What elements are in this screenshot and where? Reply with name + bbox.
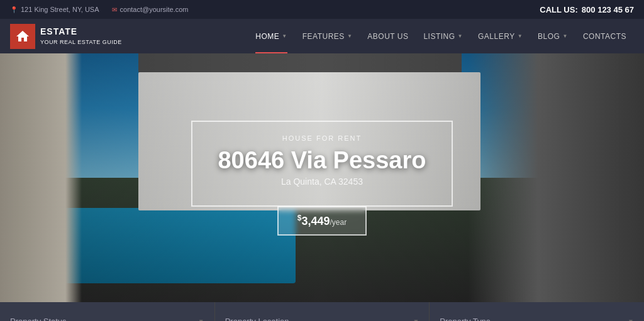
property-location-select[interactable]: Property Location ▼ [215, 302, 430, 321]
email-text: contact@yoursite.com [120, 6, 189, 13]
hero-price: $3,449/year [297, 215, 347, 227]
property-type-label: Property Type [440, 317, 491, 322]
nav-gallery[interactable]: GALLERY ▼ [470, 19, 530, 53]
phone-number: 800 123 45 67 [582, 5, 634, 14]
nav-features-arrow: ▼ [347, 33, 352, 39]
nav-blog-arrow: ▼ [562, 33, 567, 39]
hero-content: HOUSE FOR RENT 80646 Via Pessaro La Quin… [0, 53, 644, 302]
logo-icon [10, 24, 35, 49]
type-arrow-icon: ▼ [628, 318, 634, 322]
main-nav: HOME ▼ FEATURES ▼ ABOUT US LISTING ▼ GAL… [248, 19, 644, 53]
logo-text: ESTATE YOUR REAL ESTATE GUIDE [40, 26, 122, 46]
nav-home-label: HOME [255, 32, 279, 41]
email-info: ✉ contact@yoursite.com [112, 6, 189, 13]
top-bar-left: 📍 121 King Street, NY, USA ✉ contact@you… [10, 6, 189, 13]
price-period: /year [330, 218, 347, 227]
logo-tagline: YOUR REAL ESTATE GUIDE [40, 39, 122, 45]
nav-contacts-label: CONTACTS [583, 32, 626, 41]
price-value: 3,449 [301, 215, 330, 227]
nav-home[interactable]: HOME ▼ [248, 19, 294, 53]
status-arrow-icon: ▼ [198, 318, 204, 322]
hero-tag: HOUSE FOR RENT [218, 134, 426, 142]
nav-about[interactable]: ABOUT US [360, 19, 416, 53]
header: ESTATE YOUR REAL ESTATE GUIDE HOME ▼ FEA… [0, 19, 644, 53]
top-bar: 📍 121 King Street, NY, USA ✉ contact@you… [0, 0, 644, 19]
location-icon: 📍 [10, 6, 18, 13]
hero-title: 80646 Via Pessaro [218, 147, 426, 174]
property-status-select[interactable]: Property Status ▼ [0, 302, 215, 321]
property-type-select[interactable]: Property Type ▼ [430, 302, 644, 321]
nav-about-label: ABOUT US [367, 32, 408, 41]
nav-listing-label: LISTING [423, 32, 455, 41]
email-icon: ✉ [112, 6, 117, 13]
nav-gallery-arrow: ▼ [518, 33, 523, 39]
hero-subtitle: La Quinta, CA 32453 [218, 177, 426, 187]
address-info: 📍 121 King Street, NY, USA [10, 6, 99, 13]
nav-contacts[interactable]: CONTACTS [575, 19, 634, 53]
nav-features[interactable]: FEATURES ▼ [295, 19, 360, 53]
house-icon [15, 29, 30, 44]
nav-listing[interactable]: LISTING ▼ [416, 19, 470, 53]
phone-info: CALL US: 800 123 45 67 [540, 5, 634, 14]
property-status-label: Property Status [10, 317, 67, 322]
property-location-label: Property Location [225, 317, 289, 322]
logo-area: ESTATE YOUR REAL ESTATE GUIDE [0, 19, 128, 53]
nav-features-label: FEATURES [303, 32, 345, 41]
nav-home-arrow: ▼ [282, 33, 287, 39]
logo-name: ESTATE [40, 26, 122, 38]
hero-frame: HOUSE FOR RENT 80646 Via Pessaro La Quin… [191, 121, 452, 207]
nav-blog-label: BLOG [538, 32, 560, 41]
call-label: CALL US: [540, 5, 577, 14]
nav-gallery-label: GALLERY [478, 32, 515, 41]
search-bar: Property Status ▼ Property Location ▼ Pr… [0, 302, 644, 321]
nav-listing-arrow: ▼ [458, 33, 463, 39]
address-text: 121 King Street, NY, USA [21, 6, 99, 13]
nav-blog[interactable]: BLOG ▼ [530, 19, 575, 53]
hero-section: HOUSE FOR RENT 80646 Via Pessaro La Quin… [0, 53, 644, 302]
hero-price-box: $3,449/year [277, 206, 367, 236]
location-arrow-icon: ▼ [413, 318, 419, 322]
